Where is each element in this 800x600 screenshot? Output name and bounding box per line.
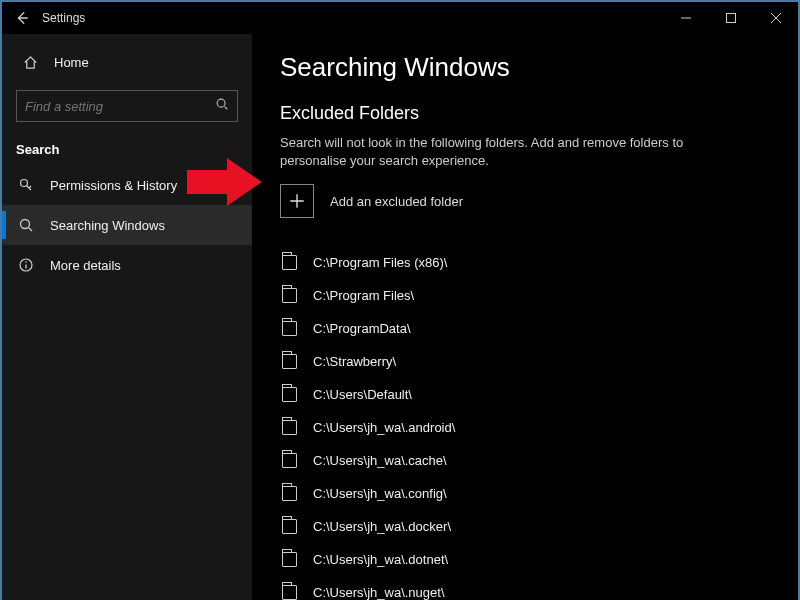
folder-icon	[282, 255, 297, 270]
folder-path: C:\Users\jh_wa\.android\	[313, 420, 455, 435]
svg-point-5	[25, 261, 27, 263]
excluded-folder-item[interactable]: C:\ProgramData\	[280, 312, 770, 345]
section-description: Search will not look in the following fo…	[280, 134, 710, 170]
sidebar-item-searching-windows[interactable]: Searching Windows	[2, 205, 252, 245]
folder-icon	[282, 387, 297, 402]
svg-rect-0	[726, 14, 735, 23]
folder-path: C:\Strawberry\	[313, 354, 396, 369]
folder-icon	[282, 585, 297, 600]
folder-path: C:\Program Files (x86)\	[313, 255, 447, 270]
home-label: Home	[54, 55, 89, 70]
excluded-folder-item[interactable]: C:\Users\jh_wa\.dotnet\	[280, 543, 770, 576]
sidebar-item-label: Permissions & History	[50, 178, 177, 193]
sidebar-item-label: More details	[50, 258, 121, 273]
add-excluded-folder-button[interactable]: Add an excluded folder	[280, 184, 770, 218]
page-title: Searching Windows	[280, 52, 770, 83]
settings-window: Settings Home	[0, 0, 800, 600]
back-button[interactable]	[2, 2, 42, 34]
settings-search[interactable]	[16, 90, 238, 122]
home-icon	[20, 55, 40, 70]
folder-icon	[282, 519, 297, 534]
excluded-folder-item[interactable]: C:\Users\jh_wa\.docker\	[280, 510, 770, 543]
folder-icon	[282, 552, 297, 567]
excluded-folder-item[interactable]: C:\Users\Default\	[280, 378, 770, 411]
titlebar: Settings	[2, 2, 798, 34]
folder-icon	[282, 420, 297, 435]
excluded-folder-item[interactable]: C:\Program Files (x86)\	[280, 246, 770, 279]
folder-icon	[282, 288, 297, 303]
folder-icon	[282, 321, 297, 336]
folder-path: C:\ProgramData\	[313, 321, 411, 336]
sidebar-item-more-details[interactable]: More details	[2, 245, 252, 285]
excluded-folder-item[interactable]: C:\Users\jh_wa\.cache\	[280, 444, 770, 477]
sidebar: Home Search Permissions & History Se	[2, 34, 252, 600]
info-icon	[16, 257, 36, 273]
back-arrow-icon	[15, 11, 29, 25]
excluded-folder-item[interactable]: C:\Users\jh_wa\.config\	[280, 477, 770, 510]
window-controls	[663, 2, 798, 34]
search-nav-icon	[16, 217, 36, 233]
excluded-folder-item[interactable]: C:\Users\jh_wa\.android\	[280, 411, 770, 444]
sidebar-item-label: Searching Windows	[50, 218, 165, 233]
plus-icon	[280, 184, 314, 218]
sidebar-section-title: Search	[2, 132, 252, 165]
folder-path: C:\Users\Default\	[313, 387, 412, 402]
svg-point-2	[21, 180, 28, 187]
excluded-folder-item[interactable]: C:\Program Files\	[280, 279, 770, 312]
folder-path: C:\Users\jh_wa\.cache\	[313, 453, 447, 468]
folder-icon	[282, 486, 297, 501]
search-icon	[215, 97, 229, 115]
main-content: Searching Windows Excluded Folders Searc…	[252, 34, 798, 600]
folder-path: C:\Users\jh_wa\.dotnet\	[313, 552, 448, 567]
folder-icon	[282, 354, 297, 369]
section-heading: Excluded Folders	[280, 103, 770, 124]
folder-icon	[282, 453, 297, 468]
permissions-icon	[16, 177, 36, 193]
excluded-folder-item[interactable]: C:\Users\jh_wa\.nuget\	[280, 576, 770, 600]
excluded-folder-list: C:\Program Files (x86)\C:\Program Files\…	[280, 246, 770, 600]
folder-path: C:\Program Files\	[313, 288, 414, 303]
home-button[interactable]: Home	[2, 44, 252, 80]
close-button[interactable]	[753, 2, 798, 34]
folder-path: C:\Users\jh_wa\.nuget\	[313, 585, 445, 600]
sidebar-item-permissions-history[interactable]: Permissions & History	[2, 165, 252, 205]
add-excluded-folder-label: Add an excluded folder	[330, 194, 463, 209]
svg-point-1	[217, 99, 225, 107]
minimize-button[interactable]	[663, 2, 708, 34]
svg-point-3	[21, 220, 30, 229]
window-title: Settings	[42, 11, 85, 25]
maximize-button[interactable]	[708, 2, 753, 34]
excluded-folder-item[interactable]: C:\Strawberry\	[280, 345, 770, 378]
folder-path: C:\Users\jh_wa\.config\	[313, 486, 447, 501]
folder-path: C:\Users\jh_wa\.docker\	[313, 519, 451, 534]
settings-search-input[interactable]	[25, 99, 215, 114]
